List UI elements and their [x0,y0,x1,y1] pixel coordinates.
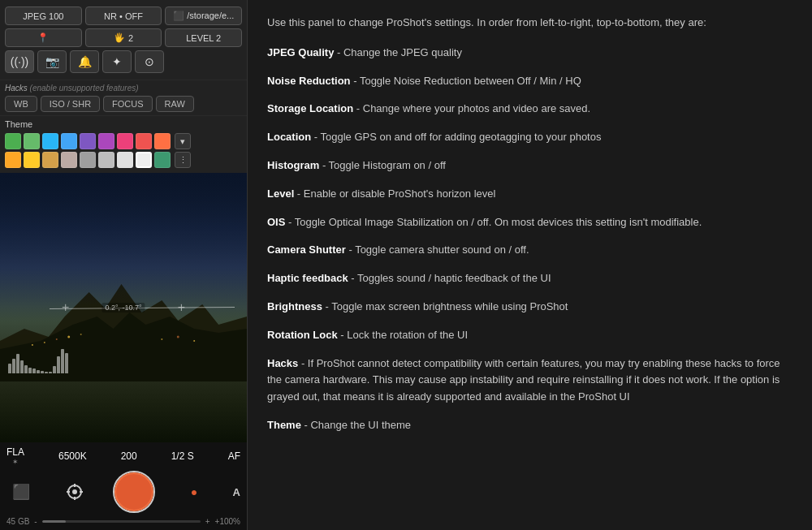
svg-point-3 [44,342,45,343]
gallery-button[interactable]: ⬛ [6,477,36,506]
color-row-1: ▾ [5,133,242,149]
color-swatch-tan[interactable] [42,152,58,168]
brightness-icon: ✦ [112,55,122,68]
color-swatch-orange-red[interactable] [154,133,171,149]
mode-icon: ● [191,485,197,498]
histogram-icon: 🖐 [114,32,125,43]
more-options-button[interactable]: ⋮ [175,152,191,168]
sky-overlay [0,173,247,308]
fla-value: FLA [6,446,24,458]
settings-wheel-icon [66,483,84,501]
help-desc-level: - Enable or disable ProShot's horizon le… [294,187,495,200]
histogram-button[interactable]: 🖐 2 [85,28,162,47]
svg-point-9 [193,340,195,342]
shutter-value: 1/2 S [171,450,194,462]
color-swatch-red[interactable] [136,133,152,149]
noise-reduction-button[interactable]: NR • OFF [85,6,162,25]
camera-sound-button[interactable]: 📷 [37,50,67,73]
storage-plus: + [205,517,210,526]
hist-bar-8 [37,370,40,374]
text-mode-button[interactable]: A [233,486,240,498]
rotation-icon: ⊙ [145,55,154,68]
help-desc-shutter: - Toggle camera shutter sound on / off. [346,243,529,256]
help-desc-histogram: - Toggle Histogram on / off [319,159,446,171]
svg-point-11 [72,489,77,494]
iso-value: 200 [121,450,137,462]
rotation-lock-button[interactable]: ⊙ [135,50,164,73]
hack-raw-button[interactable]: RAW [156,96,194,112]
svg-point-2 [32,344,33,346]
help-desc-rotation: - Lock the rotation of the UI [338,329,468,341]
help-desc-haptic: - Toggles sound / haptic feedback of the… [348,272,551,284]
color-swatch-purple1[interactable] [80,133,96,149]
help-item-level: Level - Enable or disable ProShot's hori… [267,186,793,203]
color-swatch-taupe[interactable] [61,152,77,168]
ois-button[interactable]: ((·)) [5,50,34,73]
help-term-brightness: Brightness [267,300,322,312]
help-item-rotation: Rotation Lock - Lock the rotation of the… [267,327,793,344]
settings-mode-button[interactable] [60,477,89,506]
haptic-button[interactable]: 🔔 [70,50,99,73]
color-swatch-orange[interactable] [5,152,21,168]
hist-bar-3 [16,354,19,373]
color-swatch-lightblue[interactable] [42,133,58,149]
location-button[interactable]: 📍 [5,28,82,47]
color-swatch-green1[interactable] [5,133,21,149]
jpeg-quality-button[interactable]: JPEG 100 [5,6,82,25]
shutter-param[interactable]: 1/2 S [171,450,194,462]
location-icon: 📍 [37,32,49,43]
color-swatch-pink[interactable] [117,133,133,149]
help-desc-hacks: - If ProShot cannot detect compatibility… [267,357,780,403]
color-swatch-gray2[interactable] [98,152,114,168]
left-panel: JPEG 100 NR • OFF ⬛ /storage/e... 📍 🖐 2 … [0,0,248,530]
iso-param[interactable]: 200 [121,450,137,462]
histogram-bars [8,349,73,373]
theme-section: Theme ▾ [0,115,247,173]
control-row-1: JPEG 100 NR • OFF ⬛ /storage/e... [5,6,242,25]
help-term-haptic: Haptic feedback [267,272,348,284]
color-swatch-blue[interactable] [61,133,77,149]
bottom-controls: FLA ✶ 6500K 200 1/2 S AF ⬛ [0,442,247,530]
af-param[interactable]: AF [228,450,240,462]
shutter-button[interactable] [114,472,153,511]
help-item-ois: OIS - Toggle Optical Image Stabilization… [267,214,793,231]
theme-label: Theme [5,119,242,129]
bell-icon: 🔔 [78,55,92,68]
storage-row: 45 GB - + +100% [6,517,240,526]
brightness-button[interactable]: ✦ [102,50,132,73]
color-swatch-yellow[interactable] [24,152,40,168]
hack-wb-button[interactable]: WB [5,96,37,112]
crosshair-right: + [178,300,185,315]
help-desc-theme: - Change the UI theme [301,419,411,431]
color-swatch-teal[interactable] [154,152,171,168]
help-item-shutter: Camera Shutter - Toggle camera shutter s… [267,242,793,259]
hack-focus-button[interactable]: FOCUS [103,96,153,112]
shutter-ring[interactable] [113,471,155,513]
mode-button[interactable]: ● [179,477,209,506]
action-row: ⬛ ● A [6,471,240,513]
color-swatch-green2[interactable] [24,133,40,149]
color-swatch-purple2[interactable] [98,133,114,149]
camera-view: 0.2°, -10.7° + + [0,173,247,442]
help-desc-nr: - Toggle Noise Reduction between Off / M… [351,75,581,87]
color-grid: ▾ ⋮ [5,133,242,168]
param-row: FLA ✶ 6500K 200 1/2 S AF [6,446,240,466]
svg-point-6 [80,334,82,335]
storage-percent: +100% [215,517,240,526]
vibration-icon: ((·)) [11,55,29,68]
top-controls: JPEG 100 NR • OFF ⬛ /storage/e... 📍 🖐 2 … [0,0,247,80]
hist-bar-13 [57,356,60,373]
color-swatch-lightgray[interactable] [136,152,152,168]
color-swatch-gray1[interactable] [80,152,96,168]
help-item-storage: Storage Location - Change where your pho… [267,101,793,118]
more-colors-button[interactable]: ▾ [175,133,191,149]
storage-minus: - [34,517,37,526]
help-desc-storage: - Change where your photos and video are… [353,102,590,114]
wb-param[interactable]: 6500K [58,450,87,462]
camera-music-icon: 📷 [45,55,59,68]
level-button[interactable]: LEVEL 2 [165,28,242,47]
storage-button[interactable]: ⬛ /storage/e... [165,6,242,25]
hacks-section: Hacks (enable unsupported features) WB I… [0,80,247,115]
color-swatch-gray3[interactable] [117,152,133,168]
hack-iso-button[interactable]: ISO / SHR [41,96,100,112]
